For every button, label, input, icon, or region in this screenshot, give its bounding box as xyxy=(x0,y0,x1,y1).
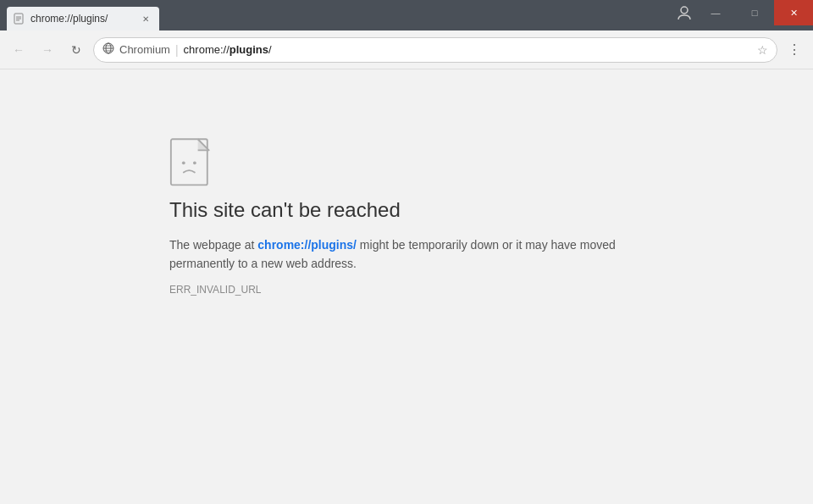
sad-page-icon xyxy=(169,137,217,195)
error-desc-prefix: The webpage at xyxy=(169,238,257,252)
close-button[interactable]: ✕ xyxy=(774,0,813,25)
address-url: chrome://plugins/ xyxy=(184,43,752,56)
svg-point-11 xyxy=(182,161,185,164)
user-icon-area xyxy=(672,0,696,25)
back-button[interactable]: ← xyxy=(7,38,30,62)
tab-title: chrome://plugins/ xyxy=(30,13,134,25)
error-description: The webpage at chrome://plugins/ might b… xyxy=(169,235,644,274)
page-content: This site can't be reached The webpage a… xyxy=(0,69,813,504)
bookmark-star-icon[interactable]: ☆ xyxy=(757,43,768,57)
new-tab-button[interactable] xyxy=(163,7,186,30)
forward-button[interactable]: → xyxy=(36,38,59,62)
browser-brand-label: Chromium xyxy=(119,43,170,56)
tab-favicon xyxy=(14,13,25,25)
window-controls: — □ ✕ xyxy=(696,0,813,25)
address-bar[interactable]: Chromium | chrome://plugins/ ☆ xyxy=(93,37,777,63)
error-code: ERR_INVALID_URL xyxy=(169,284,644,296)
browser-tab[interactable]: chrome://plugins/ ✕ xyxy=(7,7,159,30)
security-icon xyxy=(102,42,114,58)
error-title: This site can't be reached xyxy=(169,198,644,222)
address-separator: | xyxy=(175,43,179,57)
reload-button[interactable]: ↻ xyxy=(64,38,88,62)
minimize-button[interactable]: — xyxy=(696,0,735,25)
navigation-bar: ← → ↻ Chromium | chrome://plugins/ ☆ ⋮ xyxy=(0,30,813,69)
globe-icon xyxy=(102,42,114,54)
browser-window: chrome://plugins/ ✕ — □ ✕ ← → ↻ xyxy=(0,0,813,504)
tab-close-button[interactable]: ✕ xyxy=(139,12,152,25)
svg-point-12 xyxy=(193,161,196,164)
maximize-button[interactable]: □ xyxy=(735,0,774,25)
svg-point-4 xyxy=(681,7,688,14)
chrome-menu-button[interactable]: ⋮ xyxy=(783,38,806,62)
title-bar: chrome://plugins/ ✕ — □ ✕ xyxy=(0,0,813,30)
user-icon xyxy=(677,5,692,20)
error-container: This site can't be reached The webpage a… xyxy=(152,137,661,296)
tabs-area: chrome://plugins/ ✕ xyxy=(7,0,186,30)
error-url-bold: chrome://plugins/ xyxy=(257,238,357,252)
url-highlight: plugins xyxy=(230,43,268,56)
